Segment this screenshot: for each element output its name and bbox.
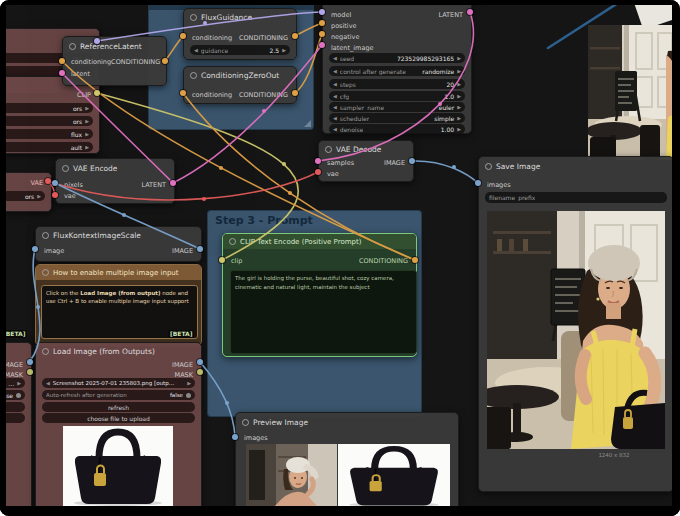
flux-kontext-image-scale-node[interactable]: FluxKontextImageScale imageIMAGE: [35, 226, 202, 262]
conditioning-zero-out-node[interactable]: ConditioningZeroOut conditioningCONDITIO…: [183, 66, 297, 104]
conditioning-output-port[interactable]: [292, 90, 298, 96]
vae-loader-node[interactable]: VAE ors▶: [0, 172, 52, 212]
save-image-node[interactable]: Save Image images filename_prefix: [478, 156, 674, 492]
load-image-node[interactable]: Load Image (from Outputs) IMAGE MASK ◀Sc…: [35, 342, 202, 516]
arrow-left-icon[interactable]: ◀: [333, 93, 337, 99]
collapse-icon[interactable]: [242, 419, 249, 426]
preview-image-node[interactable]: Preview Image images: [235, 412, 459, 516]
arrow-right-icon[interactable]: ▶: [85, 131, 89, 137]
vae-encode-node[interactable]: VAE Encode pixelsLATENT vae: [55, 158, 175, 204]
sampler-name-widget[interactable]: ◀sampler_nameeuler▶: [329, 102, 465, 112]
images-input-port[interactable]: [232, 434, 238, 440]
model-output-port[interactable]: [94, 38, 100, 44]
arrow-left-icon[interactable]: ◀: [333, 81, 337, 87]
loader-widget[interactable]: ors▶: [0, 191, 45, 201]
conditioning-input-port[interactable]: [180, 33, 186, 39]
latent-output-port[interactable]: [467, 9, 473, 15]
loader-widget[interactable]: ors▶: [0, 103, 93, 113]
mask-output-port[interactable]: [197, 369, 203, 375]
vae-input-port[interactable]: [52, 192, 58, 198]
arrow-right-icon[interactable]: ▶: [85, 144, 89, 150]
collapse-icon[interactable]: [42, 232, 49, 239]
image-output-port[interactable]: [197, 359, 203, 365]
arrow-left-icon[interactable]: ◀: [46, 380, 50, 386]
conditioning-input-port[interactable]: [180, 90, 186, 96]
collapse-icon[interactable]: [69, 43, 76, 50]
arrow-left-icon[interactable]: ◀: [333, 115, 337, 121]
arrow-right-icon[interactable]: ▶: [85, 118, 89, 124]
vae-decode-node[interactable]: VAE Decode samplesIMAGE vae: [318, 140, 414, 182]
collapse-icon[interactable]: [62, 165, 69, 172]
clip-input-port[interactable]: [219, 257, 225, 263]
denoise-widget[interactable]: ◀denoise1.00▶: [329, 124, 465, 134]
arrow-right-icon[interactable]: ▶: [85, 105, 89, 111]
conditioning-output-port[interactable]: [162, 58, 168, 64]
upload-button[interactable]: choose file to upload: [42, 413, 195, 423]
image-output-port[interactable]: [409, 158, 415, 164]
latent-input-port[interactable]: [59, 70, 65, 76]
vae-output-port[interactable]: [45, 178, 51, 184]
arrow-right-icon[interactable]: ▶: [457, 115, 461, 121]
arrow-right-icon[interactable]: ▶: [457, 55, 461, 61]
positive-input-port[interactable]: [319, 20, 325, 26]
samples-input-port[interactable]: [315, 158, 321, 164]
loader-widget[interactable]: ors▶: [0, 116, 93, 126]
flux-guidance-node[interactable]: FluxGuidance conditioningCONDITIONING ◀ …: [183, 8, 297, 60]
collapse-icon[interactable]: [325, 146, 332, 153]
arrow-right-icon[interactable]: ▶: [457, 68, 461, 74]
collapse-icon[interactable]: [42, 348, 49, 355]
prompt-textarea[interactable]: The girl is holding the purse, beautiful…: [230, 270, 417, 354]
model-input-port[interactable]: [319, 9, 325, 15]
latent-output-port[interactable]: [170, 180, 176, 186]
steps-widget[interactable]: ◀steps20▶: [329, 79, 465, 89]
arrow-left-icon[interactable]: ◀: [333, 68, 337, 74]
refresh-button[interactable]: refresh: [42, 402, 195, 412]
arrow-right-icon[interactable]: ▶: [457, 81, 461, 87]
arrow-left-icon[interactable]: ◀: [194, 47, 198, 53]
negative-input-port[interactable]: [319, 31, 325, 37]
latent-image-input-port[interactable]: [319, 42, 325, 48]
reference-latent-node[interactable]: ReferenceLatent conditioningCONDITIONING…: [62, 36, 167, 86]
loader-widget[interactable]: ault▶: [0, 142, 93, 152]
pixels-input-port[interactable]: [52, 180, 58, 186]
image-output-port[interactable]: [197, 246, 203, 252]
collapse-icon[interactable]: [485, 163, 492, 170]
arrow-right-icon[interactable]: ▶: [457, 104, 461, 110]
image-output-port[interactable]: [27, 359, 33, 365]
arrow-left-icon[interactable]: ◀: [333, 126, 337, 132]
arrow-right-icon[interactable]: ▶: [282, 47, 286, 53]
arrow-right-icon[interactable]: ▶: [457, 126, 461, 132]
loader-widget[interactable]: flux▶: [0, 129, 93, 139]
image-input-port[interactable]: [32, 246, 38, 252]
cfg-widget[interactable]: ◀cfg1.0▶: [329, 91, 465, 101]
toggle-knob-icon[interactable]: [186, 393, 191, 398]
collapse-icon[interactable]: [229, 238, 236, 245]
group-resize-handle[interactable]: [304, 120, 311, 127]
toggle-knob-icon[interactable]: [16, 393, 21, 398]
conditioning-input-port[interactable]: [59, 58, 65, 64]
arrow-left-icon[interactable]: ◀: [333, 104, 337, 110]
file-combo[interactable]: ◀Screenshot 2025-07-01 235803.png [outp……: [42, 378, 195, 388]
filename-prefix-widget[interactable]: filename_prefix: [485, 192, 667, 203]
control-after-generate-widget[interactable]: ◀control after generaterandomize▶: [329, 66, 465, 76]
clip-loader-node[interactable]: CLIP ors▶ ors▶ flux▶ ault▶: [0, 76, 100, 154]
arrow-right-icon[interactable]: ▶: [37, 193, 41, 199]
arrow-right-icon[interactable]: ▶: [17, 380, 21, 386]
ksampler-node[interactable]: modelLATENT positive negative latent_ima…: [322, 0, 472, 134]
conditioning-output-port[interactable]: [292, 33, 298, 39]
arrow-right-icon[interactable]: ▶: [187, 380, 191, 386]
collapse-icon[interactable]: [190, 72, 197, 79]
autorefresh-toggle[interactable]: Auto-refresh after generationfalse: [42, 390, 195, 400]
clip-text-encode-node[interactable]: CLIP Text Encode (Positive Prompt) clipC…: [222, 233, 417, 357]
images-input-port[interactable]: [475, 180, 481, 186]
seed-widget[interactable]: ◀seed723529985293165▶: [329, 53, 465, 63]
group-title[interactable]: Step 3 - Prompt: [215, 214, 313, 227]
collapse-icon[interactable]: [42, 269, 49, 276]
conditioning-output-port[interactable]: [412, 257, 418, 263]
arrow-right-icon[interactable]: ▶: [457, 93, 461, 99]
guidance-widget[interactable]: ◀ guidance 2.5 ▶: [190, 45, 290, 55]
arrow-left-icon[interactable]: ◀: [333, 55, 337, 61]
collapse-icon[interactable]: [190, 14, 197, 21]
clip-output-port[interactable]: [94, 90, 100, 96]
scheduler-widget[interactable]: ◀schedulersimple▶: [329, 113, 465, 123]
